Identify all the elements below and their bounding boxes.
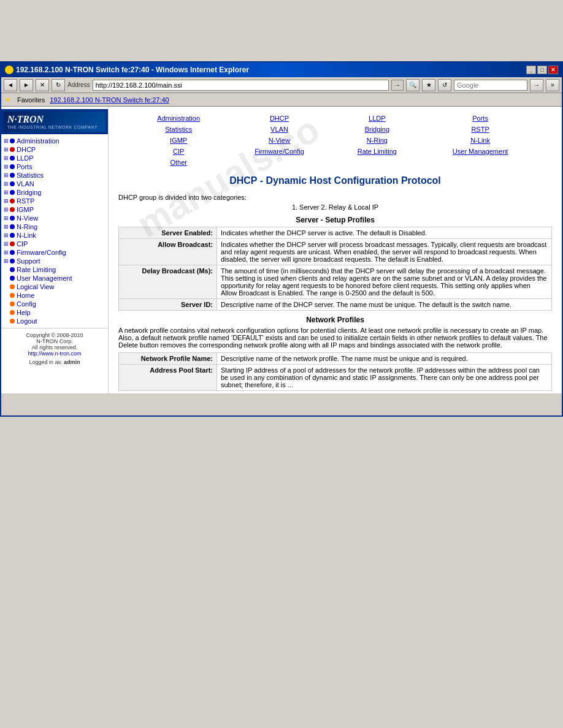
sidebar-item-label[interactable]: Firmware/Config (17, 249, 66, 256)
expand-icon[interactable]: ⊞ (4, 215, 9, 221)
sidebar-item-logicalview[interactable]: Logical View (1, 282, 108, 291)
favorites-link[interactable]: 192.168.2.100 N-TRON Switch fe:27:40 (50, 96, 169, 104)
sidebar-item-nview[interactable]: ⊞ N-View (1, 214, 108, 222)
address-input[interactable] (93, 80, 389, 91)
go-button[interactable]: → (391, 80, 404, 91)
sidebar-item-label[interactable]: Rate Limiting (17, 266, 56, 273)
nav-link-ports[interactable]: Ports (472, 115, 488, 122)
expand-icon[interactable]: ⊞ (4, 249, 9, 256)
sidebar-item-label[interactable]: User Management (17, 275, 72, 282)
field-desc-profile-name: Descriptive name of the network profile.… (217, 353, 552, 365)
sidebar-item-statistics[interactable]: ⊞ Statistics (1, 171, 108, 180)
nav-link-statistics[interactable]: Statistics (165, 126, 192, 133)
minimize-button[interactable]: _ (526, 66, 536, 74)
expand-icon[interactable]: ⊞ (4, 189, 9, 195)
bullet-icon (10, 207, 15, 212)
sidebar-item-igmp[interactable]: ⊞ IGMP (1, 205, 108, 214)
nav-link-firmware[interactable]: Firmware/Config (255, 148, 304, 155)
sidebar-item-logout[interactable]: Logout (1, 317, 108, 325)
nav-link-nlink[interactable]: N-Link (470, 137, 490, 144)
nav-link-administration[interactable]: Administration (157, 115, 200, 122)
sidebar-item-nlink[interactable]: ⊞ N-Link (1, 231, 108, 240)
nav-link-other[interactable]: Other (170, 159, 187, 166)
stop-button[interactable]: ✕ (36, 79, 49, 91)
sidebar-item-label[interactable]: Ports (17, 163, 33, 170)
nav-link-dhcp[interactable]: DHCP (270, 115, 289, 122)
sidebar-item-vlan[interactable]: ⊞ VLAN (1, 180, 108, 188)
maximize-button[interactable]: □ (537, 66, 547, 74)
sidebar-item-bridging[interactable]: ⊞ Bridging (1, 188, 108, 197)
sidebar-item-label[interactable]: Administration (17, 137, 59, 145)
expand-icon[interactable]: ⊞ (4, 198, 9, 204)
expand-icon[interactable]: ⊞ (4, 241, 9, 247)
refresh-button[interactable]: ↻ (52, 79, 65, 91)
sidebar-item-ratelimiting[interactable]: Rate Limiting (1, 265, 108, 274)
sidebar-item-label[interactable]: N-Link (17, 232, 36, 239)
sidebar-item-config[interactable]: Config (1, 300, 108, 308)
sidebar-item-label[interactable]: Support (17, 257, 40, 265)
sidebar-item-rstp[interactable]: ⊞ RSTP (1, 197, 108, 205)
content-area[interactable]: Administration DHCP LLDP Ports Statistic… (109, 107, 562, 393)
expand-icon[interactable]: ⊞ (4, 232, 9, 238)
search-input[interactable] (454, 80, 527, 91)
sidebar-item-support[interactable]: ⊞ Support (1, 257, 108, 265)
window-controls[interactable]: _ □ ✕ (526, 66, 558, 74)
sidebar-item-label[interactable]: Logout (17, 317, 37, 325)
sidebar-item-label[interactable]: DHCP (17, 146, 36, 153)
back-button[interactable]: ◄ (4, 79, 17, 91)
refresh-icon[interactable]: ↺ (438, 79, 451, 91)
table-row: Server ID: Descriptive name of the DHCP … (119, 299, 552, 311)
sidebar-item-label[interactable]: VLAN (17, 180, 34, 188)
logged-in-user: admin (64, 359, 80, 365)
nav-link-nring[interactable]: N-Ring (367, 137, 388, 144)
nav-link-bridging[interactable]: Bridging (365, 126, 389, 133)
sidebar-item-label[interactable]: N-Ring (17, 223, 37, 230)
favorites-icon[interactable]: ★ (422, 79, 435, 91)
nav-link-lldp[interactable]: LLDP (369, 115, 386, 122)
sidebar-item-label[interactable]: Logical View (17, 283, 55, 290)
nav-link-vlan[interactable]: VLAN (270, 126, 288, 133)
sidebar-item-label[interactable]: Bridging (17, 189, 41, 196)
expand-icon[interactable]: ⊞ (4, 138, 9, 144)
bullet-icon (10, 319, 15, 324)
expand-icon[interactable]: ⊞ (4, 164, 9, 170)
expand-icon[interactable]: ⊞ (4, 146, 9, 153)
search-go-button[interactable]: → (530, 79, 543, 91)
expand-icon[interactable]: ⊞ (4, 224, 9, 230)
sidebar-item-label[interactable]: Config (17, 300, 36, 308)
expand-icon[interactable]: ⊞ (4, 258, 9, 264)
expand-icon[interactable]: ⊞ (4, 155, 9, 161)
close-button[interactable]: ✕ (548, 66, 558, 74)
favorites-bar: ★ Favorites 192.168.2.100 N-TRON Switch … (1, 93, 562, 107)
sidebar-item-help[interactable]: Help (1, 308, 108, 317)
expand-icon[interactable]: ⊞ (4, 172, 9, 178)
sidebar-item-label[interactable]: Home (17, 292, 34, 299)
nav-link-nview[interactable]: N-View (269, 137, 290, 144)
website-link[interactable]: http://www.n-tron.com (4, 351, 105, 357)
expand-icon[interactable]: ⊞ (4, 207, 9, 213)
sidebar-item-home[interactable]: Home (1, 291, 108, 300)
sidebar-item-label[interactable]: Statistics (17, 172, 44, 179)
expand-icon[interactable]: ⊞ (4, 181, 9, 187)
nav-link-cip[interactable]: CIP (173, 148, 184, 155)
sidebar-item-dhcp[interactable]: ⊞ DHCP (1, 145, 108, 154)
nav-link-igmp[interactable]: IGMP (170, 137, 187, 144)
sidebar-item-cip[interactable]: ⊞ CIP (1, 240, 108, 248)
sidebar-item-label[interactable]: N-View (17, 214, 38, 222)
nav-link-ratelimiting[interactable]: Rate Limiting (358, 148, 397, 155)
nav-link-usermgmt[interactable]: User Management (453, 148, 508, 155)
nav-link-rstp[interactable]: RSTP (471, 126, 489, 133)
sidebar-item-label[interactable]: CIP (17, 240, 28, 248)
forward-button[interactable]: ► (20, 79, 33, 91)
sidebar-item-firmware[interactable]: ⊞ Firmware/Config (1, 248, 108, 257)
sidebar-item-label[interactable]: IGMP (17, 206, 34, 213)
sidebar-item-lldp[interactable]: ⊞ LLDP (1, 154, 108, 162)
sidebar-item-ports[interactable]: ⊞ Ports (1, 162, 108, 171)
sidebar-item-label[interactable]: Help (17, 309, 31, 316)
sidebar-item-label[interactable]: LLDP (17, 154, 34, 162)
more-button[interactable]: » (546, 79, 559, 91)
sidebar-item-administration[interactable]: ⊞ Administration (1, 137, 108, 145)
sidebar-item-nring[interactable]: ⊞ N-Ring (1, 222, 108, 231)
sidebar-item-label[interactable]: RSTP (17, 197, 34, 205)
sidebar-item-usermgmt[interactable]: User Management (1, 274, 108, 282)
